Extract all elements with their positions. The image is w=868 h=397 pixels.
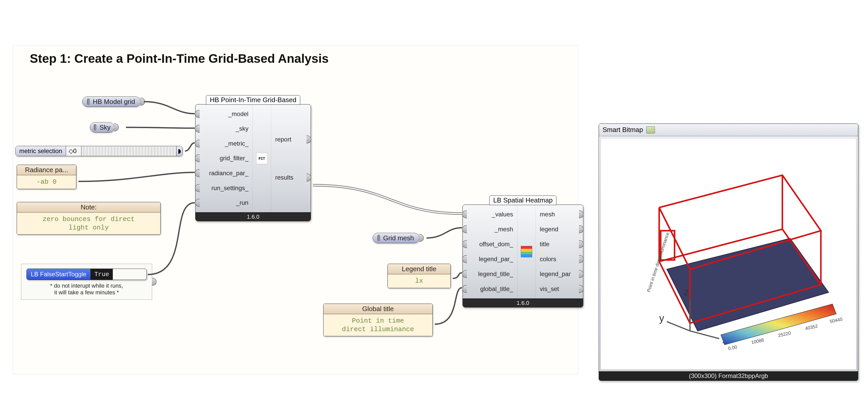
- out-legend[interactable]: legend: [540, 226, 579, 233]
- panel-body[interactable]: Point in time direct illuminance: [323, 314, 432, 336]
- out-title[interactable]: title: [540, 240, 579, 248]
- component-lb-spatial-heatmap[interactable]: LB Spatial Heatmap _values _mesh offset_…: [463, 204, 583, 308]
- panel-title: Radiance pa...: [17, 165, 76, 175]
- param-hb-model-grid[interactable]: HB Model grid: [82, 96, 141, 107]
- component-version: 1.6.0: [463, 299, 583, 307]
- bitmap-viewport: z x y 0.00 10088: [600, 138, 857, 370]
- image-icon: [646, 126, 655, 134]
- icon-column: PIT: [253, 105, 271, 212]
- param-label: Sky: [99, 123, 111, 132]
- panel-radiance-par[interactable]: Radiance pa... -ab 0: [17, 165, 76, 189]
- in-model[interactable]: _model: [200, 110, 248, 118]
- in-offset-dom[interactable]: offset_dom_: [467, 240, 513, 248]
- panel-body[interactable]: zero bounces for direct light only: [17, 212, 160, 234]
- in-radiance-par[interactable]: radiance_par_: [200, 170, 248, 177]
- panel-body[interactable]: -ab 0: [17, 175, 76, 189]
- in-metric[interactable]: _metric_: [200, 140, 248, 147]
- outputs-column: report results: [271, 105, 311, 212]
- inputs-column: _model _sky _metric_ grid_filter_ radian…: [195, 105, 253, 212]
- slider-value[interactable]: ◇ 0: [66, 146, 82, 156]
- out-legend-par[interactable]: legend_par: [540, 271, 579, 278]
- wifi-icon: [94, 124, 96, 131]
- grasshopper-canvas[interactable]: Step 1: Create a Point-In-Time Grid-Base…: [5, 5, 863, 392]
- panel-legend-title[interactable]: Legend title lx: [388, 264, 451, 288]
- component-title: HB Point-In-Time Grid-Based: [206, 95, 300, 105]
- in-sky[interactable]: _sky: [200, 125, 248, 132]
- in-grid-filter[interactable]: grid_filter_: [200, 154, 248, 162]
- in-run-settings[interactable]: run_settings_: [200, 185, 248, 192]
- bitmap-footer: (300x300) Format32bppArgb: [599, 371, 858, 380]
- pit-icon: PIT: [256, 153, 268, 164]
- param-label: HB Model grid: [93, 98, 135, 106]
- slider-metric-selection[interactable]: metric selection ◇ 0 ◗: [16, 146, 182, 156]
- bitmap-header: Smart Bitmap: [599, 124, 858, 136]
- component-smart-bitmap[interactable]: Smart Bitmap: [599, 123, 858, 381]
- slider-track[interactable]: [82, 146, 177, 156]
- svg-line-7: [690, 331, 719, 339]
- in-global-title[interactable]: global_title_: [467, 285, 513, 292]
- param-grid-mesh[interactable]: Grid mesh: [373, 233, 420, 243]
- panel-note[interactable]: Note: zero bounces for direct light only: [17, 202, 161, 235]
- component-version: 1.6.0: [195, 212, 311, 221]
- param-sky[interactable]: Sky: [90, 122, 114, 133]
- in-values[interactable]: _values: [467, 211, 513, 218]
- svg-text:z: z: [684, 286, 689, 297]
- toggle-label: LB FalseStartToggle: [27, 269, 91, 280]
- step-title: Step 1: Create a Point-In-Time Grid-Base…: [30, 52, 329, 66]
- icon-column: [518, 205, 535, 299]
- wifi-icon: [377, 235, 380, 241]
- svg-text:50440: 50440: [829, 316, 843, 324]
- out-results[interactable]: results: [275, 174, 307, 181]
- output-grip[interactable]: [432, 322, 433, 330]
- output-grip[interactable]: [451, 277, 451, 285]
- component-title: LB Spatial Heatmap: [489, 196, 556, 205]
- svg-text:40352: 40352: [805, 323, 818, 331]
- svg-text:10088: 10088: [751, 337, 765, 345]
- slider-label: metric selection: [16, 146, 66, 156]
- bitmap-title: Smart Bitmap: [602, 126, 643, 134]
- param-label: Grid mesh: [383, 234, 414, 242]
- panel-title: Legend title: [388, 264, 451, 274]
- svg-text:0.00: 0.00: [728, 344, 738, 351]
- out-mesh[interactable]: mesh: [540, 211, 579, 218]
- in-run[interactable]: _run: [200, 199, 248, 206]
- component-hb-pit-grid-based[interactable]: HB Point-In-Time Grid-Based _model _sky …: [195, 104, 311, 221]
- in-legend-par[interactable]: legend_par_: [467, 255, 513, 263]
- toggle-group: LB FalseStartToggle True * do not interu…: [21, 264, 152, 300]
- svg-text:25220: 25220: [778, 330, 791, 338]
- heatmap-icon: [521, 246, 532, 257]
- toggle-hint: * do not interupt while it runs, it will…: [27, 283, 147, 296]
- inputs-column: _values _mesh offset_dom_ legend_par_ le…: [463, 205, 518, 299]
- out-colors[interactable]: colors: [540, 255, 579, 263]
- out-vis-set[interactable]: vis_set: [540, 285, 579, 292]
- panel-title: Note:: [17, 202, 160, 212]
- outputs-column: mesh legend title colors legend_par vis_…: [535, 205, 583, 299]
- slider-grip[interactable]: ◗: [177, 146, 182, 156]
- out-report[interactable]: report: [275, 136, 307, 143]
- toggle-value[interactable]: True: [91, 269, 113, 280]
- wifi-icon: [87, 98, 90, 105]
- svg-line-8: [667, 321, 690, 331]
- svg-text:y: y: [659, 313, 664, 324]
- in-legend-title[interactable]: legend_title_: [467, 271, 513, 278]
- panel-title: Global title: [323, 304, 432, 314]
- panel-body[interactable]: lx: [388, 274, 451, 288]
- in-mesh[interactable]: _mesh: [467, 226, 513, 233]
- preview-illustration: z x y 0.00 10088: [601, 138, 856, 369]
- panel-global-title[interactable]: Global title Point in time direct illumi…: [323, 304, 433, 336]
- toggle-false-start[interactable]: LB FalseStartToggle True: [27, 268, 147, 280]
- svg-text:Point in time direct illuminan: Point in time direct illuminance: [646, 232, 670, 293]
